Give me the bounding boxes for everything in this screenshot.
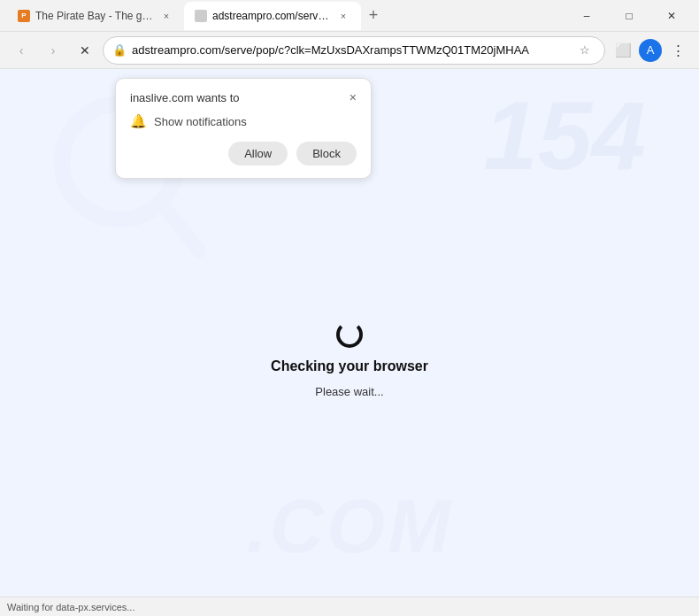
svg-line-1 — [164, 206, 199, 250]
forward-button[interactable]: › — [39, 36, 67, 65]
checking-title: Checking your browser — [271, 358, 428, 374]
popup-close-button[interactable]: × — [350, 91, 357, 104]
menu-button[interactable]: ⋮ — [664, 36, 692, 65]
nav-right-controls: ⬜ A ⋮ — [609, 36, 692, 65]
tab-favicon-adstream — [195, 10, 207, 22]
notification-popup: inaslive.com wants to × 🔔 Show notificat… — [115, 78, 372, 179]
tab-title-adstream: adstreampro.com/serve/pop/c... — [212, 10, 331, 22]
extensions-button[interactable]: ⬜ — [609, 36, 637, 65]
maximize-button[interactable]: □ — [609, 0, 649, 32]
popup-header: inaslive.com wants to × — [130, 91, 357, 104]
popup-title: inaslive.com wants to — [130, 91, 240, 104]
checking-content: Checking your browser Please wait... — [271, 321, 428, 398]
checking-subtitle: Please wait... — [315, 385, 383, 398]
new-tab-button[interactable]: + — [361, 4, 386, 28]
tab-favicon-pirate: P — [18, 10, 30, 22]
bookmark-icon[interactable]: ☆ — [574, 40, 595, 61]
title-bar: P The Pirate Bay - The galaxy's m... × a… — [0, 0, 699, 32]
popup-buttons: Allow Block — [130, 142, 357, 166]
status-text: Waiting for data-px.services... — [7, 602, 134, 612]
window-controls: – □ ✕ — [559, 0, 699, 32]
window-close-button[interactable]: ✕ — [651, 0, 692, 32]
address-text: adstreampro.com/serve/pop/c?clk=MzUxsDAX… — [132, 43, 569, 57]
minimize-button[interactable]: – — [566, 0, 607, 32]
profile-button[interactable]: A — [639, 39, 662, 62]
bell-icon: 🔔 — [130, 113, 147, 129]
allow-button[interactable]: Allow — [228, 142, 288, 166]
block-button[interactable]: Block — [296, 142, 357, 166]
address-bar-actions: ☆ — [574, 40, 595, 61]
tab-close-pirate[interactable]: × — [159, 9, 173, 23]
tab-pirate[interactable]: P The Pirate Bay - The galaxy's m... × — [7, 2, 184, 30]
status-bar: Waiting for data-px.services... — [0, 597, 699, 616]
tab-close-adstream[interactable]: × — [336, 9, 350, 23]
nav-bar: ‹ › ✕ 🔒 adstreampro.com/serve/pop/c?clk=… — [0, 32, 699, 69]
address-bar[interactable]: 🔒 adstreampro.com/serve/pop/c?clk=MzUxsD… — [103, 36, 605, 65]
back-button[interactable]: ‹ — [7, 36, 35, 65]
popup-notification-text: Show notifications — [154, 115, 247, 128]
tab-adstream[interactable]: adstreampro.com/serve/pop/c... × — [184, 2, 361, 30]
tab-title-pirate: The Pirate Bay - The galaxy's m... — [35, 10, 154, 22]
popup-notification-row: 🔔 Show notifications — [130, 113, 357, 129]
lock-icon: 🔒 — [112, 43, 127, 57]
reload-button[interactable]: ✕ — [71, 36, 99, 65]
tabs-area: P The Pirate Bay - The galaxy's m... × a… — [7, 0, 559, 31]
spinner — [336, 321, 363, 348]
page-content: 154 .COM inaslive.com wants to × 🔔 Show … — [0, 69, 699, 597]
